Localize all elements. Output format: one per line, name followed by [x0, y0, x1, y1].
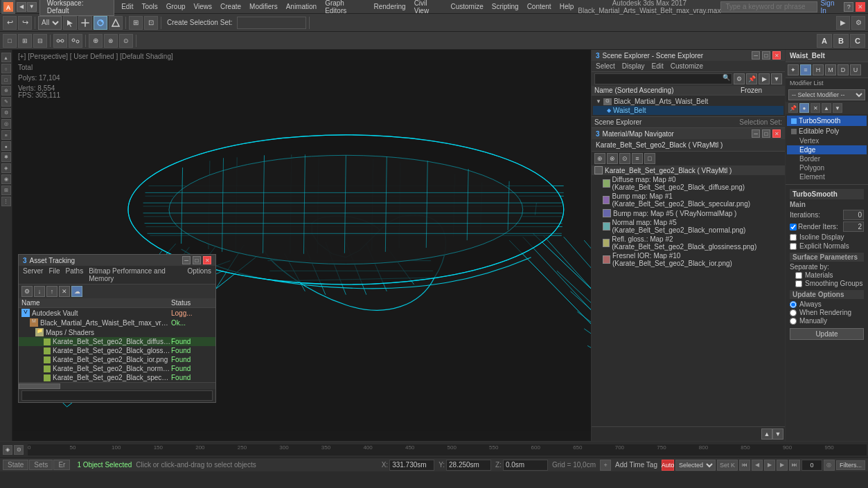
mn-arrow-down[interactable]: ▼: [772, 428, 783, 440]
at-menu-options[interactable]: Options: [188, 267, 211, 282]
quick-access-btn2[interactable]: ▼: [27, 2, 37, 12]
at-row-normal[interactable]: Karate_Belt_Set_geo2_Black_normal.png Fo…: [19, 364, 215, 373]
at-path-input[interactable]: [21, 390, 213, 401]
mod-icon-display[interactable]: D: [838, 64, 849, 75]
mod-icon-create[interactable]: ✦: [788, 64, 799, 75]
mn-btn5[interactable]: □: [644, 153, 655, 164]
tool-unlink[interactable]: [69, 34, 82, 48]
menu-tools[interactable]: Tools: [137, 2, 161, 11]
menu-help[interactable]: Help: [556, 2, 578, 11]
redo-button[interactable]: ↪: [18, 16, 32, 30]
workspace-selector[interactable]: Workspace: Default: [39, 0, 114, 16]
left-tool-6[interactable]: ⚙: [1, 108, 11, 118]
prev-frame-btn[interactable]: ⏮: [739, 460, 750, 471]
render-button[interactable]: ▶: [836, 16, 850, 30]
mod-icon-motion[interactable]: M: [825, 64, 836, 75]
left-tool-1[interactable]: ▲: [1, 53, 11, 62]
play-btn[interactable]: ▶: [764, 460, 775, 471]
se-pin-btn[interactable]: 📌: [746, 73, 757, 84]
mod-down-btn[interactable]: ▼: [833, 103, 842, 113]
mod-delete-btn[interactable]: ✕: [811, 103, 820, 113]
mirror-btn[interactable]: ⊗: [104, 34, 118, 48]
mat-item-4[interactable]: Normal map: Map #5 (Karate_Belt_Set_geo2…: [592, 218, 785, 235]
left-tool-14[interactable]: ⋮: [1, 197, 11, 206]
mn-close[interactable]: ✕: [772, 129, 781, 138]
mn-btn3[interactable]: ⊙: [619, 153, 630, 164]
left-tool-10[interactable]: ✱: [1, 152, 11, 162]
se-menu-edit[interactable]: Edit: [652, 62, 664, 70]
rotate-tool[interactable]: [94, 16, 107, 30]
mat-item-3[interactable]: Bump map: Map #5 ( VRayNormalMap ): [592, 208, 785, 218]
selected-dropdown[interactable]: Selected: [675, 460, 716, 471]
mod-turbos[interactable]: TurboSmooth: [787, 116, 867, 126]
at-btn1[interactable]: ⚙: [21, 286, 33, 297]
view-btn3[interactable]: ⊟: [33, 34, 47, 48]
menu-rendering[interactable]: Rendering: [369, 2, 409, 11]
mod-border[interactable]: Border: [787, 154, 867, 163]
select-tool[interactable]: [63, 16, 77, 30]
mod-edge[interactable]: Edge: [787, 145, 867, 154]
at-row-vault[interactable]: V Autodesk Vault Logg...: [19, 308, 215, 318]
tl-loop-btn[interactable]: ⊙: [14, 445, 24, 455]
layer-b-btn[interactable]: B: [833, 34, 849, 48]
at-row-maps[interactable]: 📁 Maps / Shaders: [19, 327, 215, 337]
mod-icon-utility[interactable]: U: [850, 64, 861, 75]
at-menu-file[interactable]: File: [48, 267, 60, 282]
at-row-diffuse[interactable]: Karate_Belt_Set_geo2_Black_diffuse.png F…: [19, 337, 215, 346]
left-tool-2[interactable]: ○: [1, 64, 11, 73]
left-tool-4[interactable]: ⊕: [1, 86, 11, 96]
y-coord-input[interactable]: [446, 460, 491, 471]
at-scrollbar[interactable]: [19, 382, 215, 389]
mn-maximize[interactable]: □: [762, 129, 770, 138]
se-expand-btn[interactable]: ▶: [759, 73, 770, 84]
mat-item-0[interactable]: Karate_Belt_Set_geo2_Black ( VRayMtl ): [592, 165, 785, 175]
explicit-normals-check[interactable]: [790, 243, 797, 250]
auto-key-btn[interactable]: Auto: [662, 460, 674, 471]
selection-set-input[interactable]: [237, 17, 306, 29]
tl-toggle-btn[interactable]: ◈: [3, 445, 12, 455]
angle-snap[interactable]: ⊡: [144, 16, 158, 30]
undo-button[interactable]: ↩: [3, 16, 17, 30]
se-config-btn[interactable]: ⚙: [734, 73, 745, 84]
left-tool-11[interactable]: ◈: [1, 163, 11, 173]
at-scroll-thumb[interactable]: [19, 383, 60, 389]
isoline-check[interactable]: [790, 234, 797, 241]
mod-active-btn[interactable]: ●: [799, 103, 809, 113]
left-tool-8[interactable]: ≡: [1, 130, 11, 140]
render-iters-input[interactable]: [843, 222, 864, 232]
at-close[interactable]: ✕: [203, 256, 211, 264]
tool-link[interactable]: [53, 34, 67, 48]
always-radio[interactable]: [790, 301, 797, 308]
se-close[interactable]: ✕: [772, 51, 781, 60]
mn-arrow-up[interactable]: ▲: [761, 428, 772, 440]
mat-item-6[interactable]: Fresnel IOR: Map #10 (Karate_Belt_Set_ge…: [592, 251, 785, 268]
array-btn[interactable]: ⊙: [119, 34, 133, 48]
se-menu-display[interactable]: Display: [622, 62, 645, 70]
left-tool-7[interactable]: ◎: [1, 119, 11, 129]
se-minimize[interactable]: ─: [752, 51, 760, 60]
sign-in-button[interactable]: Sign In: [820, 0, 842, 15]
at-btn4[interactable]: ✕: [59, 286, 70, 297]
menu-edit[interactable]: Edit: [117, 2, 137, 11]
next-frame-btn[interactable]: ⏭: [789, 460, 800, 471]
mod-icon-hierarchy[interactable]: H: [813, 64, 824, 75]
search-input[interactable]: [720, 1, 817, 12]
at-btn5[interactable]: ☁: [71, 286, 82, 297]
menu-modifiers[interactable]: Modifiers: [245, 2, 282, 11]
snap-toggle[interactable]: ⊞: [129, 16, 143, 30]
menu-scripting[interactable]: Scripting: [488, 2, 523, 11]
at-btn3[interactable]: ↑: [46, 286, 57, 297]
se-menu-customize[interactable]: Customize: [671, 62, 703, 70]
se-search-input[interactable]: [594, 73, 732, 84]
left-tool-9[interactable]: ●: [1, 141, 11, 151]
left-tool-12[interactable]: ◉: [1, 174, 11, 184]
at-row-gloss[interactable]: Karate_Belt_Set_geo2_Black_glossiness.pn…: [19, 346, 215, 355]
close-app-button[interactable]: ✕: [856, 2, 865, 12]
mat-item-1[interactable]: Diffuse map: Map #0 (Karate_Belt_Set_geo…: [592, 175, 785, 192]
menu-views[interactable]: Views: [190, 2, 217, 11]
modifier-list-dropdown[interactable]: -- Select Modifier --: [788, 89, 865, 100]
mod-icon-modify[interactable]: ≡: [800, 64, 811, 75]
tab-state[interactable]: State: [3, 460, 28, 470]
at-menu-bitmap[interactable]: Bitmap Performance and Memory: [89, 267, 181, 282]
info-button[interactable]: ?: [844, 2, 853, 12]
